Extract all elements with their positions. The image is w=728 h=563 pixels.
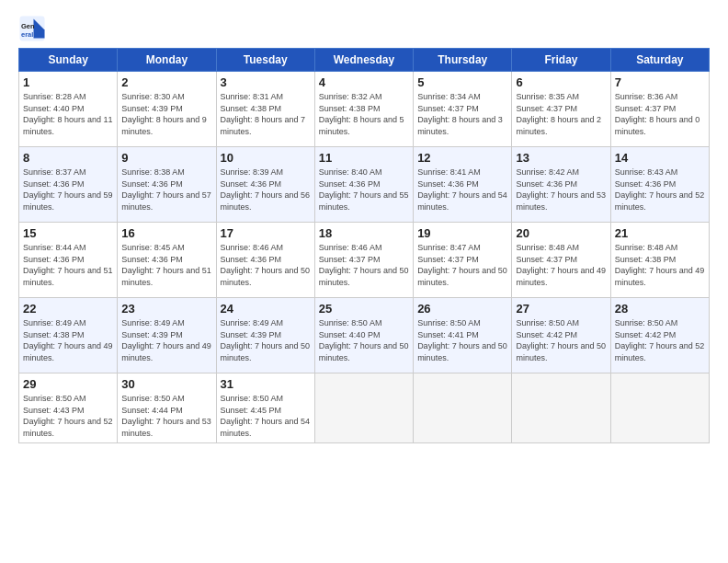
weekday-header-wednesday: Wednesday bbox=[314, 49, 413, 72]
calendar-cell: 11Sunrise: 8:40 AMSunset: 4:36 PMDayligh… bbox=[314, 147, 413, 223]
day-number: 9 bbox=[121, 151, 211, 165]
day-detail: Sunrise: 8:50 AMSunset: 4:44 PMDaylight:… bbox=[121, 393, 211, 439]
day-detail: Sunrise: 8:35 AMSunset: 4:37 PMDaylight:… bbox=[516, 91, 606, 137]
day-detail: Sunrise: 8:38 AMSunset: 4:36 PMDaylight:… bbox=[121, 167, 211, 213]
calendar-cell: 24Sunrise: 8:49 AMSunset: 4:39 PMDayligh… bbox=[216, 298, 314, 373]
logo: Gen eral bbox=[18, 15, 50, 42]
calendar-cell: 15Sunrise: 8:44 AMSunset: 4:36 PMDayligh… bbox=[19, 223, 118, 298]
calendar-cell: 8Sunrise: 8:37 AMSunset: 4:36 PMDaylight… bbox=[19, 147, 118, 223]
day-number: 5 bbox=[417, 75, 507, 89]
day-detail: Sunrise: 8:36 AMSunset: 4:37 PMDaylight:… bbox=[615, 91, 705, 137]
day-number: 21 bbox=[615, 226, 705, 240]
calendar-cell: 7Sunrise: 8:36 AMSunset: 4:37 PMDaylight… bbox=[610, 72, 709, 147]
day-number: 19 bbox=[417, 226, 507, 240]
calendar-cell: 14Sunrise: 8:43 AMSunset: 4:36 PMDayligh… bbox=[610, 147, 709, 223]
day-number: 31 bbox=[221, 377, 311, 391]
calendar-cell: 13Sunrise: 8:42 AMSunset: 4:36 PMDayligh… bbox=[512, 147, 610, 223]
day-detail: Sunrise: 8:30 AMSunset: 4:39 PMDaylight:… bbox=[121, 91, 211, 137]
calendar-cell: 1Sunrise: 8:28 AMSunset: 4:40 PMDaylight… bbox=[19, 72, 118, 147]
calendar-cell: 21Sunrise: 8:48 AMSunset: 4:38 PMDayligh… bbox=[610, 223, 709, 298]
calendar-cell: 19Sunrise: 8:47 AMSunset: 4:37 PMDayligh… bbox=[414, 223, 512, 298]
day-number: 23 bbox=[121, 302, 211, 316]
day-detail: Sunrise: 8:46 AMSunset: 4:37 PMDaylight:… bbox=[319, 242, 409, 288]
day-number: 15 bbox=[23, 226, 113, 240]
day-detail: Sunrise: 8:50 AMSunset: 4:41 PMDaylight:… bbox=[417, 317, 507, 363]
day-number: 24 bbox=[221, 302, 311, 316]
header: Gen eral bbox=[18, 15, 710, 42]
calendar-cell: 10Sunrise: 8:39 AMSunset: 4:36 PMDayligh… bbox=[216, 147, 314, 223]
calendar-cell bbox=[414, 373, 512, 443]
calendar-cell: 6Sunrise: 8:35 AMSunset: 4:37 PMDaylight… bbox=[512, 72, 610, 147]
day-detail: Sunrise: 8:48 AMSunset: 4:38 PMDaylight:… bbox=[615, 242, 705, 288]
day-number: 14 bbox=[615, 151, 705, 165]
calendar-cell: 12Sunrise: 8:41 AMSunset: 4:36 PMDayligh… bbox=[414, 147, 512, 223]
day-detail: Sunrise: 8:45 AMSunset: 4:36 PMDaylight:… bbox=[121, 242, 211, 288]
day-detail: Sunrise: 8:47 AMSunset: 4:37 PMDaylight:… bbox=[417, 242, 507, 288]
calendar-cell: 3Sunrise: 8:31 AMSunset: 4:38 PMDaylight… bbox=[216, 72, 314, 147]
weekday-header-monday: Monday bbox=[118, 49, 216, 72]
calendar-cell: 29Sunrise: 8:50 AMSunset: 4:43 PMDayligh… bbox=[19, 373, 118, 443]
calendar-cell: 17Sunrise: 8:46 AMSunset: 4:36 PMDayligh… bbox=[216, 223, 314, 298]
day-number: 18 bbox=[319, 226, 409, 240]
day-detail: Sunrise: 8:34 AMSunset: 4:37 PMDaylight:… bbox=[417, 91, 507, 137]
calendar-cell: 26Sunrise: 8:50 AMSunset: 4:41 PMDayligh… bbox=[414, 298, 512, 373]
calendar-cell: 31Sunrise: 8:50 AMSunset: 4:45 PMDayligh… bbox=[216, 373, 314, 443]
day-detail: Sunrise: 8:50 AMSunset: 4:42 PMDaylight:… bbox=[516, 317, 606, 363]
day-number: 26 bbox=[417, 302, 507, 316]
calendar-cell: 4Sunrise: 8:32 AMSunset: 4:38 PMDaylight… bbox=[314, 72, 413, 147]
calendar-cell: 5Sunrise: 8:34 AMSunset: 4:37 PMDaylight… bbox=[414, 72, 512, 147]
calendar-cell bbox=[610, 373, 709, 443]
day-detail: Sunrise: 8:50 AMSunset: 4:43 PMDaylight:… bbox=[23, 393, 113, 439]
calendar-cell: 16Sunrise: 8:45 AMSunset: 4:36 PMDayligh… bbox=[118, 223, 216, 298]
day-detail: Sunrise: 8:40 AMSunset: 4:36 PMDaylight:… bbox=[319, 167, 409, 213]
weekday-header-sunday: Sunday bbox=[19, 49, 118, 72]
day-detail: Sunrise: 8:49 AMSunset: 4:39 PMDaylight:… bbox=[121, 317, 211, 363]
day-number: 20 bbox=[516, 226, 606, 240]
day-detail: Sunrise: 8:48 AMSunset: 4:37 PMDaylight:… bbox=[516, 242, 606, 288]
calendar-week-row: 1Sunrise: 8:28 AMSunset: 4:40 PMDaylight… bbox=[19, 72, 710, 147]
day-number: 8 bbox=[23, 151, 113, 165]
day-number: 4 bbox=[319, 75, 409, 89]
svg-text:eral: eral bbox=[21, 30, 33, 39]
day-detail: Sunrise: 8:50 AMSunset: 4:40 PMDaylight:… bbox=[319, 317, 409, 363]
svg-text:Gen: Gen bbox=[21, 22, 35, 30]
calendar-cell: 20Sunrise: 8:48 AMSunset: 4:37 PMDayligh… bbox=[512, 223, 610, 298]
day-number: 16 bbox=[121, 226, 211, 240]
calendar-cell bbox=[512, 373, 610, 443]
day-number: 7 bbox=[615, 75, 705, 89]
page: Gen eral SundayMondayTuesdayWednesdayThu… bbox=[0, 0, 728, 453]
calendar-cell: 23Sunrise: 8:49 AMSunset: 4:39 PMDayligh… bbox=[118, 298, 216, 373]
weekday-header-friday: Friday bbox=[512, 49, 610, 72]
calendar-week-row: 15Sunrise: 8:44 AMSunset: 4:36 PMDayligh… bbox=[19, 223, 710, 298]
calendar-cell: 22Sunrise: 8:49 AMSunset: 4:38 PMDayligh… bbox=[19, 298, 118, 373]
day-detail: Sunrise: 8:42 AMSunset: 4:36 PMDaylight:… bbox=[516, 167, 606, 213]
day-number: 10 bbox=[221, 151, 311, 165]
day-number: 1 bbox=[23, 75, 113, 89]
day-detail: Sunrise: 8:28 AMSunset: 4:40 PMDaylight:… bbox=[23, 91, 113, 137]
day-number: 30 bbox=[121, 377, 211, 391]
weekday-header-tuesday: Tuesday bbox=[216, 49, 314, 72]
calendar-week-row: 8Sunrise: 8:37 AMSunset: 4:36 PMDaylight… bbox=[19, 147, 710, 223]
calendar-cell: 30Sunrise: 8:50 AMSunset: 4:44 PMDayligh… bbox=[118, 373, 216, 443]
day-detail: Sunrise: 8:41 AMSunset: 4:36 PMDaylight:… bbox=[417, 167, 507, 213]
day-detail: Sunrise: 8:49 AMSunset: 4:38 PMDaylight:… bbox=[23, 317, 113, 363]
calendar-cell: 2Sunrise: 8:30 AMSunset: 4:39 PMDaylight… bbox=[118, 72, 216, 147]
calendar-table: SundayMondayTuesdayWednesdayThursdayFrid… bbox=[18, 48, 710, 443]
day-number: 13 bbox=[516, 151, 606, 165]
calendar-cell: 28Sunrise: 8:50 AMSunset: 4:42 PMDayligh… bbox=[610, 298, 709, 373]
calendar-cell: 9Sunrise: 8:38 AMSunset: 4:36 PMDaylight… bbox=[118, 147, 216, 223]
day-number: 12 bbox=[417, 151, 507, 165]
day-detail: Sunrise: 8:50 AMSunset: 4:42 PMDaylight:… bbox=[615, 317, 705, 363]
day-number: 29 bbox=[23, 377, 113, 391]
calendar-week-row: 22Sunrise: 8:49 AMSunset: 4:38 PMDayligh… bbox=[19, 298, 710, 373]
calendar-week-row: 29Sunrise: 8:50 AMSunset: 4:43 PMDayligh… bbox=[19, 373, 710, 443]
day-number: 27 bbox=[516, 302, 606, 316]
day-detail: Sunrise: 8:50 AMSunset: 4:45 PMDaylight:… bbox=[221, 393, 311, 439]
calendar-cell: 18Sunrise: 8:46 AMSunset: 4:37 PMDayligh… bbox=[314, 223, 413, 298]
weekday-header-saturday: Saturday bbox=[610, 49, 709, 72]
day-number: 3 bbox=[221, 75, 311, 89]
day-number: 17 bbox=[221, 226, 311, 240]
day-number: 25 bbox=[319, 302, 409, 316]
day-detail: Sunrise: 8:32 AMSunset: 4:38 PMDaylight:… bbox=[319, 91, 409, 137]
day-detail: Sunrise: 8:43 AMSunset: 4:36 PMDaylight:… bbox=[615, 167, 705, 213]
